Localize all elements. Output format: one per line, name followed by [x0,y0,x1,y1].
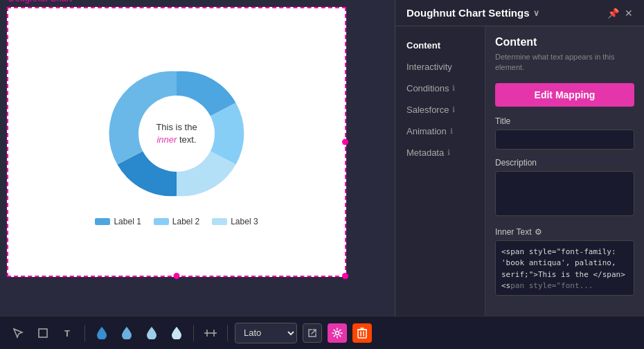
svg-text:T: T [64,328,70,339]
panel-header: Doughnut Chart Settings ∨ 📌 ✕ [395,0,644,26]
legend-label-2: Label 2 [172,217,199,226]
panel-title-chevron[interactable]: ∨ [533,8,539,18]
toolbar-drop-blue-medium[interactable] [117,323,136,343]
nav-item-salesforce[interactable]: Salesforce ℹ [395,99,485,120]
nav-label-conditions: Conditions [406,83,449,93]
doughnut-widget[interactable]: Doughnut Chart [7,7,346,277]
chart-legend: Label 1 Label 2 Label 3 [95,217,258,226]
toolbar-text-icon[interactable]: T [58,323,78,343]
edit-mapping-button[interactable]: Edit Mapping [495,83,634,107]
content-section-title: Content [495,36,634,48]
inner-text-line2: text. [177,134,196,145]
main-area: Doughnut Chart [0,0,644,316]
panel-title-text: Doughnut Chart Settings [406,7,529,19]
toolbar-select-icon[interactable] [8,323,28,343]
animation-info-icon: ℹ [450,127,453,136]
inner-text-field-label: Inner Text ⚙ [495,227,634,237]
inner-text-gear-icon[interactable]: ⚙ [535,227,542,237]
legend-item-2: Label 2 [154,217,199,226]
toolbar-rect-icon[interactable] [33,323,53,343]
toolbar-spacing-icon[interactable] [201,323,220,343]
doughnut-svg-wrapper: This is the inner text. [100,57,253,210]
inner-text-italic: inner [156,134,177,145]
panel-title-container: Doughnut Chart Settings ∨ [406,7,539,19]
inner-text-code-editor[interactable]: <span style="font-family: 'book antiqua'… [495,240,634,296]
svg-rect-6 [358,330,366,338]
content-subtitle: Determine what text appears in this elem… [495,52,634,73]
svg-rect-0 [39,329,47,337]
salesforce-info-icon: ℹ [452,105,455,114]
legend-item-1: Label 1 [95,217,141,226]
nav-item-interactivity[interactable]: Interactivity [395,56,485,78]
legend-label-1: Label 1 [114,217,141,226]
panel-nav: Content Interactivity Conditions ℹ Sales… [395,26,485,316]
resize-handle-right[interactable] [342,139,348,145]
nav-item-metadata[interactable]: Metadata ℹ [395,142,485,163]
nav-label-metadata: Metadata [406,147,444,158]
legend-item-3: Label 3 [212,217,258,226]
widget-label: Doughnut Chart [8,0,72,3]
legend-dot-3 [212,218,227,225]
svg-point-5 [336,331,339,334]
toolbar-separator-1 [84,325,85,341]
toolbar-drop-blue-light[interactable] [142,323,161,343]
toolbar-delete-button[interactable] [352,323,372,343]
inner-text-overlay: This is the inner text. [145,121,208,146]
legend-label-3: Label 3 [231,217,258,226]
inner-text-label-text: Inner Text [495,227,531,237]
nav-item-conditions[interactable]: Conditions ℹ [395,78,485,99]
toolbar-gear-button[interactable] [328,323,347,343]
close-icon[interactable]: ✕ [625,8,633,19]
toolbar-external-link-button[interactable] [303,323,322,343]
conditions-info-icon: ℹ [452,84,455,93]
title-field-input[interactable] [495,129,634,150]
nav-label-animation: Animation [406,126,447,136]
panel-body: Content Interactivity Conditions ℹ Sales… [395,26,644,316]
toolbar: T Lato [0,316,644,349]
nav-label-content: Content [406,40,440,51]
inner-text-content: This is the inner text. [145,121,208,146]
toolbar-drop-blue-lighter[interactable] [167,323,186,343]
description-field-label: Description [495,158,634,168]
font-select[interactable]: Lato [235,323,297,343]
resize-handle-bottom-left[interactable] [174,273,180,279]
nav-item-animation[interactable]: Animation ℹ [395,120,485,142]
panel-header-icons: 📌 ✕ [607,8,633,19]
resize-handle-bottom-right[interactable] [342,273,348,279]
description-field-textarea[interactable] [495,171,634,216]
toolbar-separator-3 [227,325,228,341]
canvas-area: Doughnut Chart [0,0,395,316]
nav-label-salesforce: Salesforce [406,105,449,115]
toolbar-separator-2 [193,325,194,341]
nav-item-content[interactable]: Content [395,35,485,56]
title-field-label: Title [495,116,634,126]
nav-label-interactivity: Interactivity [406,62,452,72]
inner-text-line1: This is the [156,122,197,132]
toolbar-drop-blue-dark[interactable] [92,323,111,343]
panel-content: Content Determine what text appears in t… [485,26,644,316]
settings-panel: Doughnut Chart Settings ∨ 📌 ✕ Content In… [395,0,644,316]
legend-dot-2 [154,218,169,225]
metadata-info-icon: ℹ [447,148,450,157]
chart-container: This is the inner text. Label 1 Label 2 [95,8,258,276]
pin-icon[interactable]: 📌 [607,8,619,19]
legend-dot-1 [95,218,110,225]
